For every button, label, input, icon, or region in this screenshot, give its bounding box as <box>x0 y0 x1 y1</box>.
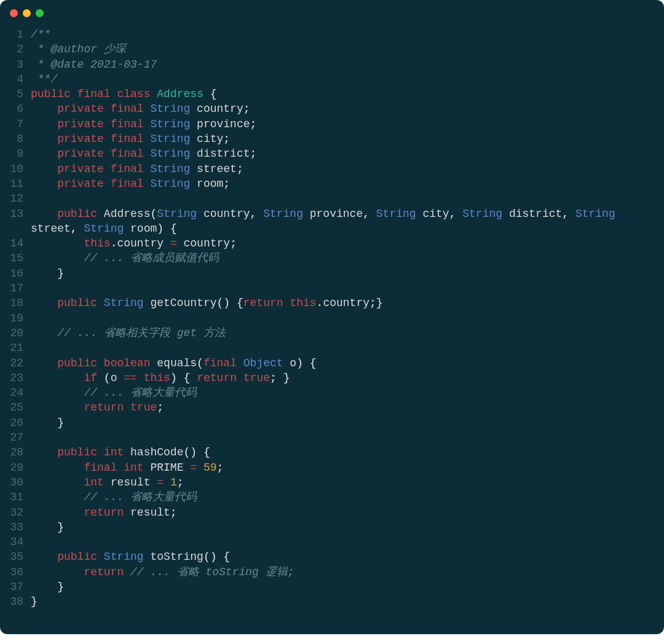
line-number: 9 <box>6 146 23 161</box>
comment: * @date 2021-03-17 <box>31 58 157 71</box>
window-titlebar <box>0 0 664 23</box>
comment: // ... 省略大量代码 <box>84 387 197 399</box>
method-hashcode: hashCode <box>130 446 183 458</box>
line-number: 18 <box>6 296 23 310</box>
keyword-public: public <box>31 88 71 100</box>
keyword-true: true <box>243 372 270 384</box>
line-number: 26 <box>6 415 23 430</box>
code-content: /** * @author 少琛 * @date 2021-03-17 **/ … <box>31 27 658 610</box>
comment: /** <box>31 28 50 41</box>
close-icon[interactable] <box>10 9 18 17</box>
line-number: 4 <box>6 72 23 87</box>
code-editor: 1234567891011121314151617181920212223242… <box>0 23 664 634</box>
comment: // ... 省略大量代码 <box>84 491 197 503</box>
number-1: 1 <box>170 476 177 489</box>
field-country: country <box>197 103 243 115</box>
line-number: 2 <box>6 42 23 57</box>
line-number: 27 <box>6 430 23 445</box>
line-number: 36 <box>6 565 23 579</box>
code-window: 1234567891011121314151617181920212223242… <box>0 0 664 634</box>
line-number: 32 <box>6 505 23 520</box>
line-number: 10 <box>6 162 23 176</box>
line-number: 17 <box>6 281 23 296</box>
line-number: 38 <box>6 594 23 609</box>
line-number-wrap <box>6 221 23 236</box>
comment: // ... 省略相关字段 get 方法 <box>57 327 226 339</box>
field-street: street <box>197 163 237 175</box>
method-equals: equals <box>157 357 197 369</box>
line-number: 30 <box>6 475 23 490</box>
line-number: 7 <box>6 117 23 132</box>
keyword-if: if <box>84 372 97 384</box>
line-number: 33 <box>6 520 23 535</box>
type-object: Object <box>243 357 283 369</box>
var-prime: PRIME <box>150 461 183 474</box>
field-district: district <box>197 147 250 160</box>
keyword-final: final <box>77 88 111 100</box>
line-number: 25 <box>6 400 23 415</box>
line-number: 12 <box>6 191 23 206</box>
line-number: 21 <box>6 340 23 355</box>
minimize-icon[interactable] <box>23 9 31 17</box>
line-number: 16 <box>6 266 23 281</box>
comment: // ... 省略 toString 逻辑; <box>130 566 294 578</box>
field-room: room <box>197 178 223 190</box>
line-number: 1 <box>6 27 23 42</box>
line-number: 13 <box>6 206 23 221</box>
method-getcountry: getCountry <box>150 297 216 309</box>
number-59: 59 <box>204 461 217 474</box>
line-number: 22 <box>6 356 23 371</box>
line-number: 14 <box>6 236 23 251</box>
type-int: int <box>104 446 124 458</box>
zoom-icon[interactable] <box>36 9 44 17</box>
comment: **/ <box>31 73 57 85</box>
line-number: 8 <box>6 132 23 146</box>
line-number: 37 <box>6 579 23 594</box>
comment: // ... 省略成员赋值代码 <box>84 252 219 264</box>
line-number: 3 <box>6 57 23 72</box>
comment: * @author 少琛 <box>31 43 126 55</box>
line-number: 24 <box>6 385 23 400</box>
line-number: 23 <box>6 371 23 385</box>
line-number: 15 <box>6 251 23 265</box>
operator-eqeq: == <box>124 372 137 384</box>
line-number: 29 <box>6 460 23 475</box>
line-number-gutter: 1234567891011121314151617181920212223242… <box>6 27 31 610</box>
line-number: 11 <box>6 176 23 191</box>
line-number: 19 <box>6 311 23 326</box>
keyword-class: class <box>117 88 150 100</box>
line-number: 5 <box>6 87 23 101</box>
field-city: city <box>197 133 223 145</box>
line-number: 28 <box>6 445 23 460</box>
constructor: Address <box>104 208 151 220</box>
field-province: province <box>197 118 250 130</box>
method-tostring: toString <box>150 551 203 563</box>
line-number: 35 <box>6 549 23 564</box>
line-number: 31 <box>6 490 23 505</box>
var-result: result <box>111 476 151 489</box>
keyword-this: this <box>84 237 110 249</box>
line-number: 34 <box>6 535 23 549</box>
type-boolean: boolean <box>104 357 151 369</box>
line-number: 6 <box>6 101 23 116</box>
class-name: Address <box>157 88 204 100</box>
line-number: 20 <box>6 326 23 340</box>
